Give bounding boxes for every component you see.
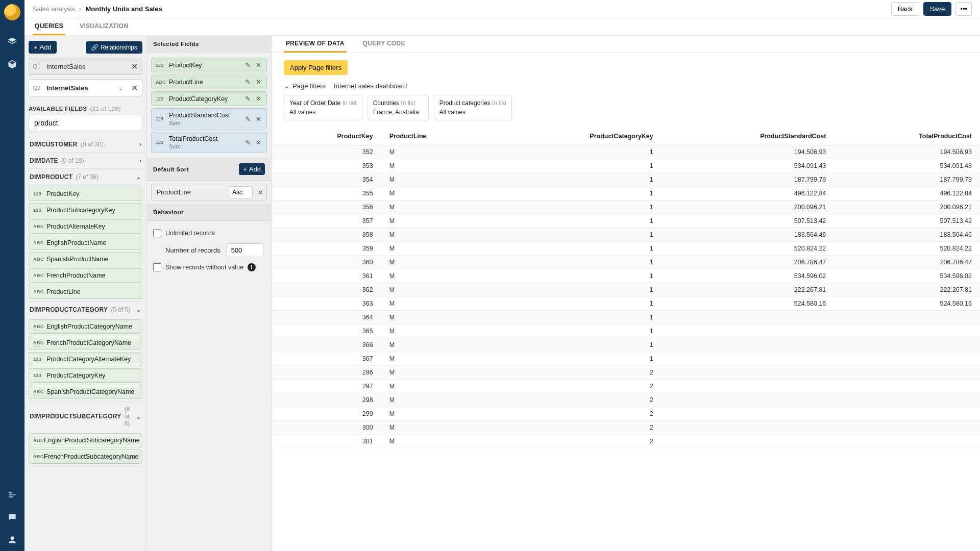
query-item[interactable]: Q2 InternetSales ⌄ ✕	[29, 79, 142, 96]
close-icon[interactable]: ✕	[256, 78, 261, 86]
show-records-without-value-checkbox[interactable]: Show records without value i	[153, 263, 265, 271]
edit-icon[interactable]: ✎	[245, 95, 251, 103]
table-row[interactable]: 296M2	[272, 366, 980, 380]
available-field[interactable]: ABCEnglishProductSubcategoryName	[29, 433, 142, 447]
available-field[interactable]: 123ProductCategoryAlternateKey	[29, 352, 142, 366]
num-records-input[interactable]	[227, 243, 263, 257]
available-field[interactable]: ABCFrenchProductCategoryName	[29, 336, 142, 350]
available-field[interactable]: 123ProductCategoryKey	[29, 368, 142, 383]
table-row[interactable]: 361M1534.596,02534.596,02	[272, 269, 980, 283]
filter-card[interactable]: Year of Order Date In listAll values	[284, 95, 362, 120]
column-header[interactable]: ProductLine	[381, 128, 494, 145]
filter-card[interactable]: Countries In listFrance, Australia	[368, 95, 429, 120]
column-header[interactable]: ProductCategoryKey	[494, 128, 662, 145]
selected-field[interactable]: 123 TotalProductCostSum ✎✕	[151, 132, 267, 153]
column-header[interactable]: ProductKey	[272, 128, 381, 145]
breadcrumb-current: Monthly Units and Sales	[85, 5, 162, 13]
datasource-header[interactable]: DIMPRODUCTSUBCATEGORY (6 of 6) ⌄	[29, 402, 142, 431]
search-fields-input[interactable]	[29, 115, 142, 131]
save-button[interactable]: Save	[923, 2, 952, 16]
table-row[interactable]: 358M1183.564,46183.564,46	[272, 228, 980, 242]
datasource-header[interactable]: DIMDATE (0 of 19) ›	[29, 153, 142, 168]
available-field[interactable]: ABCSpanishProductName	[29, 252, 142, 266]
selected-field[interactable]: 123 ProductStandardCostSum ✎✕	[151, 108, 267, 130]
column-header[interactable]: TotalProductCost	[834, 128, 980, 145]
close-icon[interactable]: ✕	[256, 139, 261, 146]
edit-icon[interactable]: ✎	[245, 115, 251, 123]
table-row[interactable]: 356M1200.096,21200.096,21	[272, 201, 980, 214]
relationships-button[interactable]: 🔗Relationships	[86, 41, 142, 54]
left-rail	[0, 0, 24, 551]
rail-chat-icon[interactable]	[4, 509, 20, 525]
table-row[interactable]: 364M1	[272, 311, 980, 324]
field-type-icon: 123	[156, 140, 169, 145]
table-row[interactable]: 360M1206.786,47206.786,47	[272, 256, 980, 269]
table-row[interactable]: 359M1520.824,22520.824,22	[272, 242, 980, 256]
rail-sliders-icon[interactable]	[4, 487, 20, 503]
available-field[interactable]: ABCProductAlternateKey	[29, 219, 142, 234]
chevron-down-icon[interactable]: ⌄	[118, 84, 124, 92]
rail-layers-icon[interactable]	[4, 34, 20, 50]
table-row[interactable]: 299M2	[272, 407, 980, 421]
chevron-right-icon: ›	[79, 5, 81, 13]
table-row[interactable]: 362M1222.267,81222.267,81	[272, 283, 980, 297]
tab-queries[interactable]: Queries	[33, 18, 65, 35]
unlimited-records-checkbox[interactable]: Unlimited records	[153, 229, 265, 237]
filter-card[interactable]: Product categories In listAll values	[434, 95, 512, 120]
table-row[interactable]: 297M2	[272, 380, 980, 393]
table-row[interactable]: 363M1524.580,16524.580,16	[272, 297, 980, 311]
selected-field[interactable]: 123 ProductKey ✎✕	[151, 58, 267, 72]
available-field[interactable]: ABCFrenchProductSubcategoryName	[29, 449, 142, 464]
close-icon[interactable]: ✕	[256, 95, 261, 103]
table-row[interactable]: 357M1507.513,42507.513,42	[272, 214, 980, 228]
info-icon[interactable]: i	[248, 263, 256, 271]
table-row[interactable]: 298M2	[272, 393, 980, 407]
more-button[interactable]: •••	[955, 2, 972, 16]
edit-icon[interactable]: ✎	[245, 61, 251, 69]
available-field[interactable]: ABCEnglishProductName	[29, 236, 142, 250]
sort-direction-select[interactable]: Asc	[229, 186, 253, 198]
column-header[interactable]: ProductStandardCost	[662, 128, 835, 145]
selected-field[interactable]: 123 ProductCategoryKey ✎✕	[151, 91, 267, 106]
table-row[interactable]: 301M2	[272, 435, 980, 448]
table-row[interactable]: 367M1	[272, 352, 980, 366]
edit-icon[interactable]: ✎	[245, 78, 251, 86]
table-row[interactable]: 365M1	[272, 324, 980, 338]
table-row[interactable]: 355M1496.122,84496.122,84	[272, 187, 980, 201]
back-button[interactable]: Back	[891, 2, 919, 16]
datasource-header[interactable]: DIMCUSTOMER (0 of 30) ›	[29, 136, 142, 152]
tab-preview-data[interactable]: Preview of Data	[284, 36, 347, 53]
selected-field[interactable]: ABC ProductLine ✎✕	[151, 74, 267, 89]
table-row[interactable]: 352M1194.506,93194.506,93	[272, 145, 980, 159]
available-field[interactable]: 123ProductSubcategoryKey	[29, 203, 142, 217]
edit-icon[interactable]: ✎	[245, 139, 251, 146]
close-icon[interactable]: ✕	[127, 83, 142, 93]
tab-visualization[interactable]: Visualization	[78, 18, 130, 35]
datasource-header[interactable]: DIMPRODUCTCATEGORY (5 of 5) ⌄	[29, 302, 142, 317]
available-field[interactable]: ABCEnglishProductCategoryName	[29, 319, 142, 334]
apply-page-filters-button[interactable]: Apply Page filters	[284, 60, 348, 75]
close-icon[interactable]: ✕	[127, 62, 142, 71]
add-sort-button[interactable]: +Add	[239, 163, 265, 175]
rail-cube-icon[interactable]	[4, 56, 20, 72]
page-filters-toggle[interactable]: ⌄ Page filters	[284, 82, 326, 90]
available-field[interactable]: 123ProductKey	[29, 187, 142, 201]
close-icon[interactable]: ✕	[256, 115, 261, 123]
datasource-header[interactable]: DIMPRODUCT (7 of 36) ⌄	[29, 169, 142, 185]
available-field[interactable]: ABCProductLine	[29, 285, 142, 299]
close-icon[interactable]: ✕	[256, 61, 261, 69]
remove-sort-icon[interactable]: ✕	[258, 189, 263, 196]
rail-user-icon[interactable]	[4, 532, 20, 548]
add-query-button[interactable]: +Add	[29, 41, 57, 54]
tab-query-code[interactable]: Query Code	[361, 36, 407, 53]
available-field[interactable]: ABCSpanishProductCategoryName	[29, 385, 142, 399]
table-row[interactable]: 353M1534.091,43534.091,43	[272, 159, 980, 173]
table-row[interactable]: 366M1	[272, 338, 980, 352]
table-row[interactable]: 354M1187.799,79187.799,79	[272, 173, 980, 187]
breadcrumb-parent[interactable]: Sales analysis	[33, 5, 75, 13]
available-field[interactable]: ABCFrenchProductName	[29, 268, 142, 283]
table-row[interactable]: 300M2	[272, 421, 980, 435]
query-item[interactable]: Q1 InternetSales ✕	[29, 58, 142, 75]
brand-logo[interactable]	[4, 4, 20, 20]
sort-field: ProductLine	[157, 189, 229, 196]
